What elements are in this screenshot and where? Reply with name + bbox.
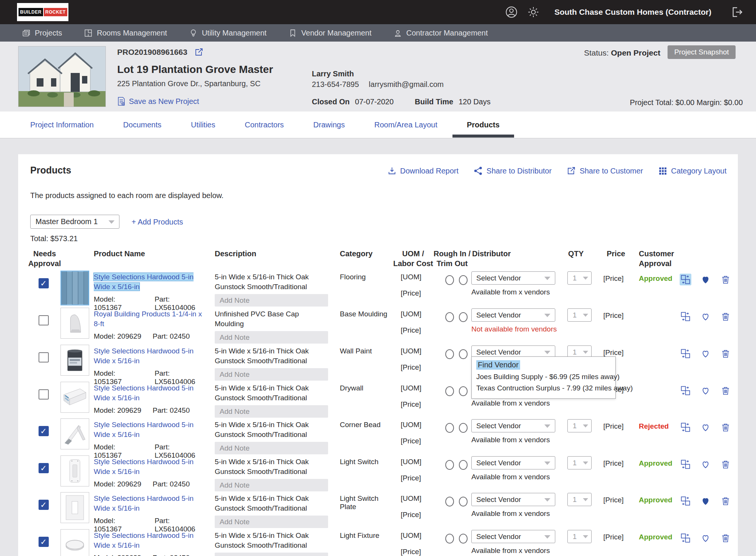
rough-in-radio[interactable] (445, 534, 454, 544)
favorite-icon[interactable] (700, 421, 711, 433)
nav-contractor-management[interactable]: Contractor Management (393, 29, 488, 37)
trim-out-radio[interactable] (459, 423, 468, 433)
swap-product-icon[interactable] (680, 495, 691, 507)
builder-rocket-logo[interactable]: BUILDER ROCKET (17, 3, 68, 21)
trim-out-radio[interactable] (459, 349, 468, 359)
tab-documents[interactable]: Documents (123, 121, 161, 129)
download-report-link[interactable]: Download Report (387, 166, 459, 175)
tab-utilities[interactable]: Utilities (191, 121, 215, 129)
add-note-input[interactable] (215, 516, 328, 528)
trim-out-radio[interactable] (459, 497, 468, 506)
swap-product-icon[interactable] (680, 421, 691, 433)
rough-in-radio[interactable] (445, 275, 454, 285)
add-note-input[interactable] (215, 442, 328, 454)
needs-approval-checkbox[interactable] (39, 352, 49, 362)
swap-product-icon[interactable] (680, 532, 691, 544)
vendor-option-2[interactable]: Texas Contruction Surplus - 7.99 (32 mil… (476, 384, 611, 392)
favorite-icon[interactable] (700, 348, 711, 359)
product-name-link[interactable]: Style Selections Hardwood 5-in Wide x 5/… (94, 458, 194, 475)
room-select-dropdown[interactable]: Master Bedroom 1 (30, 215, 119, 229)
save-as-new-project-link[interactable]: Save as New Project (117, 97, 199, 106)
swap-product-icon[interactable] (680, 458, 691, 470)
share-project-icon[interactable] (194, 48, 203, 57)
needs-approval-checkbox[interactable]: ✓ (39, 426, 49, 436)
delete-icon[interactable] (720, 385, 731, 396)
add-note-input[interactable] (215, 479, 328, 491)
add-note-input[interactable] (215, 331, 328, 344)
product-name-link[interactable]: Style Selections Hardwood 5-in Wide x 5/… (94, 494, 194, 512)
favorite-icon[interactable] (700, 311, 711, 322)
gear-icon[interactable] (527, 6, 539, 18)
nav-projects[interactable]: Projects (22, 29, 62, 37)
favorite-icon[interactable] (700, 385, 711, 396)
delete-icon[interactable] (720, 532, 731, 544)
rough-in-radio[interactable] (445, 386, 454, 396)
share-to-customer-link[interactable]: Share to Customer (567, 166, 643, 175)
qty-dropdown[interactable]: 1 (567, 419, 592, 432)
tab-contractors[interactable]: Contractors (245, 121, 284, 129)
add-products-link[interactable]: + Add Products (132, 218, 183, 226)
tab-products[interactable]: Products (467, 121, 500, 129)
logout-icon[interactable] (731, 6, 743, 18)
add-note-input[interactable] (215, 294, 328, 307)
delete-icon[interactable] (720, 495, 731, 507)
favorite-icon[interactable] (700, 495, 711, 507)
product-name-link[interactable]: Style Selections Hardwood 5-in Wide x 5/… (94, 421, 194, 438)
trim-out-radio[interactable] (459, 312, 468, 322)
needs-approval-checkbox[interactable]: ✓ (39, 278, 49, 288)
product-name-link[interactable]: Royal Building Products 1-1/4-in x 8-ft (94, 310, 202, 328)
delete-icon[interactable] (720, 421, 731, 433)
qty-dropdown[interactable]: 1 (567, 456, 592, 469)
select-vendor-dropdown[interactable]: Select Vendor (471, 308, 555, 322)
needs-approval-checkbox[interactable]: ✓ (39, 537, 49, 547)
swap-product-icon[interactable] (680, 311, 691, 322)
tab-drawings[interactable]: Drawings (313, 121, 345, 129)
favorite-icon[interactable] (700, 532, 711, 544)
rough-in-radio[interactable] (445, 460, 454, 470)
rough-in-radio[interactable] (445, 312, 454, 322)
product-name-link[interactable]: Style Selections Hardwood 5-in Wide x 5/… (94, 347, 194, 365)
nav-vendor-management[interactable]: Vendor Management (288, 29, 372, 37)
nav-utility-management[interactable]: Utility Management (189, 29, 266, 37)
favorite-icon[interactable] (700, 274, 711, 285)
category-layout-link[interactable]: Category Layout (658, 166, 727, 175)
trim-out-radio[interactable] (459, 386, 468, 396)
swap-product-icon[interactable] (680, 274, 691, 285)
product-name-link[interactable]: Style Selections Hardwood 5-in Wide x 5/… (94, 531, 194, 549)
delete-icon[interactable] (720, 458, 731, 470)
add-note-input[interactable] (215, 405, 328, 418)
tab-room-area-layout[interactable]: Room/Area Layout (374, 121, 437, 129)
trim-out-radio[interactable] (459, 275, 468, 285)
delete-icon[interactable] (720, 311, 731, 322)
rough-in-radio[interactable] (445, 349, 454, 359)
swap-product-icon[interactable] (680, 348, 691, 359)
select-vendor-dropdown[interactable]: Select Vendor (471, 456, 555, 469)
rough-in-radio[interactable] (445, 497, 454, 506)
delete-icon[interactable] (720, 348, 731, 359)
vendor-option-1[interactable]: Joes Building Supply - $6.99 (25 miles a… (476, 373, 611, 381)
needs-approval-checkbox[interactable] (39, 389, 49, 400)
trim-out-radio[interactable] (459, 460, 468, 470)
rough-in-radio[interactable] (445, 423, 454, 433)
qty-dropdown[interactable]: 1 (567, 271, 592, 285)
favorite-icon[interactable] (700, 458, 711, 470)
select-vendor-dropdown[interactable]: Select Vendor (471, 271, 555, 285)
add-note-input[interactable] (215, 368, 328, 381)
delete-icon[interactable] (720, 274, 731, 285)
product-name-link[interactable]: Style Selections Hardwood 5-in Wide x 5/… (94, 273, 194, 291)
qty-dropdown[interactable]: 1 (567, 530, 592, 543)
qty-dropdown[interactable]: 1 (567, 308, 592, 322)
select-vendor-dropdown[interactable]: Select Vendor (471, 493, 555, 506)
product-name-link[interactable]: Style Selections Hardwood 5-in Wide x 5/… (94, 384, 194, 402)
profile-icon[interactable] (505, 6, 517, 18)
needs-approval-checkbox[interactable]: ✓ (39, 463, 49, 473)
needs-approval-checkbox[interactable] (39, 315, 49, 325)
swap-product-icon[interactable] (680, 385, 691, 396)
needs-approval-checkbox[interactable]: ✓ (39, 500, 49, 510)
select-vendor-dropdown[interactable]: Select Vendor (471, 530, 555, 543)
qty-dropdown[interactable]: 1 (567, 493, 592, 506)
share-to-distributor-link[interactable]: Share to Distributor (474, 166, 552, 175)
add-note-input[interactable] (215, 553, 328, 556)
find-vendor-option[interactable]: Find Vendor (476, 360, 520, 370)
trim-out-radio[interactable] (459, 534, 468, 544)
